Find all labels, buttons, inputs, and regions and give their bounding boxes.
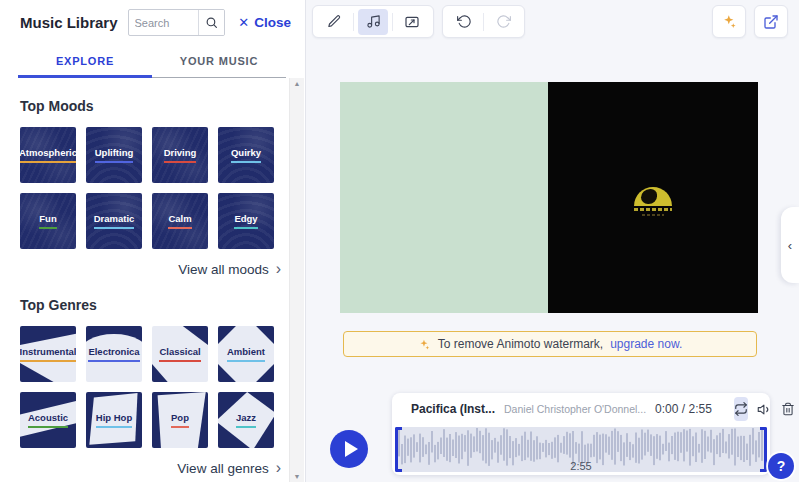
genre-tile-acoustic[interactable]: Acoustic <box>20 392 76 448</box>
waveform-strip[interactable]: 2:55 <box>395 427 767 472</box>
mood-label: Edgy <box>234 213 257 229</box>
genre-label: Jazz <box>236 412 256 428</box>
editor-panel: To remove Animoto watermark, upgrade now… <box>306 0 799 482</box>
mood-tile-driving[interactable]: Driving <box>152 127 208 183</box>
view-all-moods-label: View all moods <box>178 262 269 277</box>
video-preview <box>340 82 758 313</box>
video-logo <box>630 187 676 216</box>
collapse-panel-button[interactable]: ‹ <box>781 207 799 283</box>
mood-tile-edgy[interactable]: Edgy <box>218 193 274 249</box>
animoto-editor: Music Library ✕ Close EXPLORE YOUR MUSIC… <box>0 0 799 482</box>
mood-tile-uplifting[interactable]: Uplifting <box>86 127 142 183</box>
help-label: ? <box>777 458 786 474</box>
view-all-moods-link[interactable]: View all moods › <box>20 261 281 277</box>
track-time: 0:00 / 2:55 <box>655 402 712 416</box>
library-content: Top Moods Atmospheric Uplifting Driving … <box>0 98 305 476</box>
tab-explore[interactable]: EXPLORE <box>18 46 152 78</box>
close-icon: ✕ <box>238 15 249 30</box>
search-input[interactable] <box>129 17 198 29</box>
genre-tile-instrumental[interactable]: Instrumental <box>20 326 76 382</box>
upgrade-button[interactable] <box>712 5 746 38</box>
editor-toolbar <box>312 5 788 38</box>
genres-grid: Instrumental Electronica Classical Ambie… <box>20 326 281 448</box>
top-moods-heading: Top Moods <box>20 98 281 114</box>
music-library-header: Music Library ✕ Close <box>0 0 305 44</box>
genre-label: Electronica <box>88 346 139 362</box>
genre-label: Pop <box>171 412 189 428</box>
export-button[interactable] <box>754 5 788 38</box>
search-box <box>128 9 225 36</box>
mood-tile-atmospheric[interactable]: Atmospheric <box>20 127 76 183</box>
mood-tile-fun[interactable]: Fun <box>20 193 76 249</box>
sparkles-icon <box>721 13 738 30</box>
mood-tile-dramatic[interactable]: Dramatic <box>86 193 142 249</box>
aspect-ratio-icon <box>397 9 427 35</box>
search-icon[interactable] <box>198 10 224 35</box>
video-frame-right <box>548 82 758 313</box>
genre-tile-jazz[interactable]: Jazz <box>218 392 274 448</box>
chevron-right-icon: › <box>276 460 281 476</box>
trash-icon <box>781 402 795 416</box>
edit-text-button[interactable] <box>315 6 353 37</box>
trim-handle-left[interactable] <box>395 427 402 472</box>
scroll-up-icon: ▲ <box>294 80 301 87</box>
export-icon <box>763 14 779 30</box>
sparkles-icon <box>418 338 431 351</box>
logo-silhouette <box>641 189 657 204</box>
top-genres-heading: Top Genres <box>20 297 281 313</box>
audio-track-card: Pacifica (Inst... Daniel Christopher O'D… <box>392 393 770 475</box>
watermark-banner: To remove Animoto watermark, upgrade now… <box>343 331 757 357</box>
mood-label: Atmospheric <box>20 147 76 163</box>
genre-tile-electronica[interactable]: Electronica <box>86 326 142 382</box>
music-button[interactable] <box>354 6 392 37</box>
volume-button[interactable] <box>757 397 772 421</box>
loop-icon <box>734 402 748 416</box>
redo-button[interactable] <box>484 6 522 37</box>
mood-label: Dramatic <box>94 213 135 229</box>
undo-button[interactable] <box>445 6 483 37</box>
banner-text: To remove Animoto watermark, <box>438 337 603 351</box>
trim-handle-right[interactable] <box>760 427 767 472</box>
music-note-icon <box>358 9 388 35</box>
genre-label: Instrumental <box>20 346 76 362</box>
tab-your-music[interactable]: YOUR MUSIC <box>152 46 286 78</box>
volume-icon <box>757 402 772 417</box>
tool-groups <box>312 5 525 38</box>
track-artist: Daniel Christopher O'Donnel... <box>504 403 646 415</box>
sun-logo-shape <box>634 187 672 206</box>
music-library-panel: Music Library ✕ Close EXPLORE YOUR MUSIC… <box>0 0 306 482</box>
mood-tile-quirky[interactable]: Quirky <box>218 127 274 183</box>
mood-tile-calm[interactable]: Calm <box>152 193 208 249</box>
upgrade-now-link[interactable]: upgrade now. <box>610 337 682 351</box>
chevron-left-icon: ‹ <box>788 238 792 253</box>
genre-tile-hip-hop[interactable]: Hip Hop <box>86 392 142 448</box>
view-all-genres-label: View all genres <box>177 461 268 476</box>
genre-label: Hip Hop <box>96 412 132 428</box>
mood-label: Uplifting <box>95 147 134 163</box>
mood-label: Fun <box>39 213 56 229</box>
moods-grid: Atmospheric Uplifting Driving Quirky Fun… <box>20 127 281 249</box>
genre-tile-ambient[interactable]: Ambient <box>218 326 274 382</box>
loop-toggle[interactable] <box>734 397 748 421</box>
play-icon <box>345 441 358 457</box>
help-button[interactable]: ? <box>768 453 794 479</box>
edit-tool-group <box>312 5 434 38</box>
close-button[interactable]: ✕ Close <box>238 15 291 30</box>
track-title: Pacifica (Inst... <box>411 402 495 416</box>
library-tabs: EXPLORE YOUR MUSIC <box>18 46 286 78</box>
panel-scrollbar[interactable]: ▲ ▼ <box>289 78 304 482</box>
format-button[interactable] <box>393 6 431 37</box>
pencil-icon <box>319 9 349 35</box>
genre-label: Ambient <box>227 346 265 362</box>
redo-icon <box>488 9 518 35</box>
view-all-genres-link[interactable]: View all genres › <box>20 460 281 476</box>
preview-play-button[interactable] <box>330 430 368 468</box>
close-label: Close <box>254 15 291 30</box>
genre-tile-classical[interactable]: Classical <box>152 326 208 382</box>
undo-icon <box>449 9 479 35</box>
top-right-actions <box>712 5 788 38</box>
mood-label: Quirky <box>231 147 261 163</box>
genre-tile-pop[interactable]: Pop <box>152 392 208 448</box>
mood-label: Driving <box>164 147 197 163</box>
delete-track-button[interactable] <box>781 397 795 421</box>
